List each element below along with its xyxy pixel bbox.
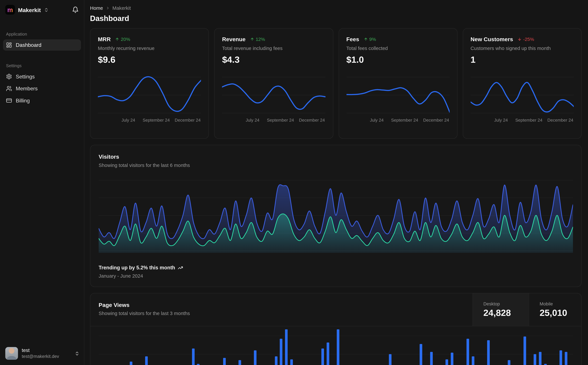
visitors-subtitle: Showing total visitors for the last 6 mo… [99, 162, 573, 168]
stat-value: $1.0 [346, 54, 450, 65]
page-views-bar [130, 362, 132, 365]
stat-value: $9.6 [98, 54, 201, 65]
page-views-bar [420, 344, 422, 365]
page-title: Dashboard [90, 14, 581, 23]
page-views-bar [280, 339, 283, 365]
page-views-bar [239, 360, 241, 365]
page-views-bar [446, 359, 448, 365]
page-views-subtitle: Showing total visitors for the last 3 mo… [99, 311, 464, 316]
visitors-trend-line: Trending up by 5.2% this month [99, 265, 573, 271]
trend-badge: 12% [250, 36, 265, 42]
desktop-label: Desktop [483, 301, 529, 307]
mobile-value: 25,010 [540, 308, 581, 318]
trend-badge: 20% [115, 36, 130, 42]
sidebar-item-members[interactable]: Members [3, 83, 81, 94]
page-views-bar [508, 360, 510, 365]
logo-letter: m [7, 7, 13, 13]
page-views-bar [560, 350, 562, 365]
stat-card-revenue: Revenue 12% Total revenue including fees… [214, 28, 333, 139]
users-icon [6, 85, 12, 91]
stat-title: MRR [98, 36, 111, 42]
stat-title: Revenue [222, 36, 246, 42]
x-axis-labels: July 24September 24December 24 [470, 118, 574, 124]
main-content: Home Makerkit Dashboard MRR 20% Monthly … [84, 0, 588, 365]
page-views-bar [337, 330, 339, 365]
arrow-down-icon [518, 37, 522, 41]
arrow-up-icon [250, 37, 254, 41]
visitors-date-range: January - June 2024 [99, 273, 573, 279]
dashboard-grid-icon [6, 42, 12, 48]
page-views-bar [565, 352, 567, 365]
page-views-header: Page Views Showing total visitors for th… [90, 293, 581, 326]
page-views-bar [466, 339, 469, 365]
page-views-bar [275, 356, 277, 365]
mobile-label: Mobile [540, 301, 581, 307]
page-views-bar [487, 340, 490, 365]
page-views-bar [523, 336, 526, 365]
chevrons-up-down-icon [44, 7, 49, 12]
arrow-up-icon [364, 37, 368, 41]
page-views-bar [389, 354, 391, 365]
arrow-up-icon [115, 37, 119, 41]
user-menu-trigger[interactable]: test test@makerkit.dev [0, 343, 84, 365]
user-email: test@makerkit.dev [22, 354, 59, 359]
page-views-bar [285, 330, 288, 365]
revenue-line-chart [222, 75, 325, 114]
desktop-value: 24,828 [483, 308, 529, 318]
page-views-bar [192, 349, 194, 365]
stat-value: 1 [470, 54, 574, 65]
page-views-bar [197, 364, 200, 365]
page-views-bar [290, 359, 293, 365]
page-views-bar [544, 364, 547, 365]
page-views-bar [534, 354, 536, 365]
workspace-selector[interactable]: m Makerkit [0, 0, 84, 18]
trend-badge: 9% [364, 36, 376, 42]
x-axis-labels: July 24September 24December 24 [346, 118, 450, 124]
stat-card-fees: Fees 9% Total fees collected $1.0 July 2… [339, 28, 457, 139]
page-views-bar [223, 358, 226, 365]
page-views-bar [430, 352, 433, 365]
stat-card-new-customers: New Customers -25% Customers who signed … [463, 28, 581, 139]
page-views-bar-chart [99, 326, 573, 365]
stat-value: $4.3 [222, 54, 325, 65]
credit-card-icon [6, 98, 12, 103]
page-views-bar [254, 350, 257, 365]
sidebar-item-label: Billing [16, 98, 30, 103]
stat-description: Total revenue including fees [222, 45, 325, 51]
mrr-line-chart [98, 75, 201, 114]
sidebar-item-label: Members [16, 85, 38, 91]
sidebar-item-billing[interactable]: Billing [3, 95, 81, 106]
page-views-bar [326, 343, 329, 365]
page-views-bar [451, 353, 454, 365]
stat-title: Fees [346, 36, 359, 42]
trending-up-icon [178, 265, 183, 270]
visitors-card: Visitors Showing total visitors for the … [90, 145, 581, 287]
chevrons-up-down-icon [75, 351, 79, 356]
new-customers-line-chart [470, 75, 574, 114]
breadcrumb-current: Makerkit [112, 5, 131, 11]
nav-section-application: Application [3, 32, 81, 36]
page-views-bar [145, 356, 148, 365]
stat-description: Total fees collected [346, 45, 450, 51]
page-views-bar [321, 349, 324, 365]
gear-icon [6, 73, 12, 79]
page-views-bar [539, 352, 541, 365]
bell-icon[interactable] [72, 7, 79, 13]
sidebar-nav: Application Dashboard Settings Settings … [0, 18, 84, 107]
page-views-title: Page Views [99, 302, 464, 308]
toggle-desktop[interactable]: Desktop 24,828 [473, 293, 529, 326]
breadcrumb-home-link[interactable]: Home [90, 5, 103, 11]
dashboard-app: m Makerkit Application Dashboard Setting… [0, 0, 588, 365]
page-views-card: Page Views Showing total visitors for th… [90, 293, 581, 365]
user-name: test [22, 347, 59, 354]
sidebar-item-dashboard[interactable]: Dashboard [3, 39, 81, 51]
stat-description: Customers who signed up this month [470, 45, 574, 51]
sidebar: m Makerkit Application Dashboard Setting… [0, 0, 84, 365]
x-axis-labels: July 24September 24December 24 [98, 118, 201, 124]
visitors-area-chart [99, 178, 573, 253]
page-views-bar [471, 356, 474, 365]
fees-line-chart [346, 75, 450, 114]
sidebar-item-label: Dashboard [16, 42, 41, 48]
sidebar-item-settings[interactable]: Settings [3, 71, 81, 82]
toggle-mobile[interactable]: Mobile 25,010 [529, 293, 581, 326]
